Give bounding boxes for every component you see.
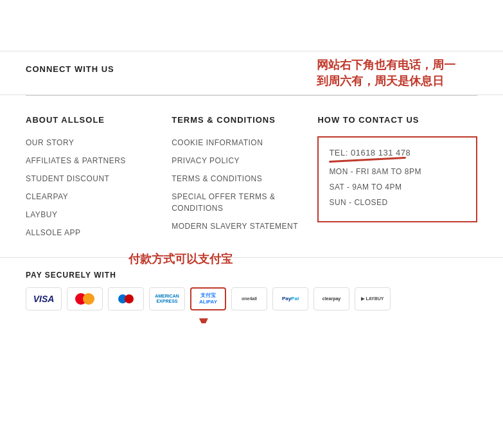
contact-box: TEL: 01618 131 478 MON - FRI 8AM TO 8PM … <box>317 136 477 222</box>
tel-number: TEL: 01618 131 478 <box>329 148 466 161</box>
laybuy-card: ▶ LAYBUY <box>355 287 391 310</box>
clearpay-card: clearpay <box>313 287 349 310</box>
amex-card: AMERICANEXPRESS <box>149 287 185 310</box>
list-item[interactable]: TERMS & CONDITIONS <box>172 172 304 184</box>
laybuy-link[interactable]: LAYBUY <box>26 210 57 219</box>
clearpay-logo: clearpay <box>322 296 340 301</box>
list-item[interactable]: SPECIAL OFFER TERMS & CONDITIONS <box>172 190 304 213</box>
footer-columns: ABOUT ALLSOLE OUR STORY AFFILIATES & PAR… <box>0 96 503 257</box>
list-item[interactable]: AFFILIATES & PARTNERS <box>26 154 159 166</box>
maestro-card <box>108 287 144 310</box>
payment-icons: VISA AMERICANEXPRESS 支付宝ALIPAY ▼ o <box>26 287 477 310</box>
mc-orange-circle <box>83 293 94 305</box>
hours-sat: SAT - 9AM TO 4PM <box>329 183 466 192</box>
our-story-link[interactable]: OUR STORY <box>26 138 74 147</box>
maestro-red-circle <box>125 294 134 303</box>
list-item[interactable]: LAYBUY <box>26 208 159 220</box>
cookie-link[interactable]: COOKIE INFORMATION <box>172 138 263 147</box>
affiliates-link[interactable]: AFFILIATES & PARTNERS <box>26 156 126 165</box>
about-column: ABOUT ALLSOLE OUR STORY AFFILIATES & PAR… <box>26 115 159 244</box>
terms-links: COOKIE INFORMATION PRIVACY POLICY TERMS … <box>172 136 304 231</box>
amex-logo: AMERICANEXPRESS <box>155 294 179 305</box>
privacy-link[interactable]: PRIVACY POLICY <box>172 156 240 165</box>
pay-section: 付款方式可以支付宝 PAY SECURELY WITH VISA AMERICA… <box>0 257 503 323</box>
contact-column: HOW TO CONTACT US TEL: 01618 131 478 MON… <box>317 115 477 244</box>
clearpay-link[interactable]: CLEARPAY <box>26 192 68 201</box>
mastercard-card <box>67 287 103 310</box>
slavery-link[interactable]: MODERN SLAVERY STATEMENT <box>172 222 298 231</box>
list-item[interactable]: MODERN SLAVERY STATEMENT <box>172 220 304 231</box>
hours-mf: MON - FRI 8AM TO 8PM <box>329 167 466 176</box>
paypal-logo: PayPal <box>282 296 299 302</box>
oneall-logo: one4all <box>242 296 257 301</box>
hours-sun: SUN - CLOSED <box>329 198 466 207</box>
terms-title: TERMS & CONDITIONS <box>172 115 304 125</box>
annotation-left: 付款方式可以支付宝 <box>128 251 233 267</box>
about-title: ABOUT ALLSOLE <box>26 115 159 125</box>
annotation-right: 网站右下角也有电话，周一到周六有，周天是休息日 <box>317 57 464 89</box>
special-offer-link[interactable]: SPECIAL OFFER TERMS & CONDITIONS <box>172 192 275 213</box>
list-item[interactable]: PRIVACY POLICY <box>172 154 304 166</box>
list-item[interactable]: COOKIE INFORMATION <box>172 136 304 148</box>
app-link[interactable]: ALLSOLE APP <box>26 228 81 237</box>
alipay-card: 支付宝ALIPAY <box>190 287 226 310</box>
oneall-card: one4all <box>231 287 267 310</box>
terms-link[interactable]: TERMS & CONDITIONS <box>172 174 262 183</box>
paypal-card: PayPal <box>272 287 308 310</box>
pay-title: PAY SECURELY WITH <box>26 271 477 280</box>
laybuy-logo: ▶ LAYBUY <box>361 296 384 301</box>
list-item[interactable]: STUDENT DISCOUNT <box>26 172 159 184</box>
tel-strikethrough <box>329 157 406 163</box>
alipay-arrow-icon: ▼ <box>196 313 211 323</box>
contact-title: HOW TO CONTACT US <box>317 115 477 125</box>
tel-text: TEL: 01618 131 478 <box>329 148 410 157</box>
about-links: OUR STORY AFFILIATES & PARTNERS STUDENT … <box>26 136 159 238</box>
list-item[interactable]: CLEARPAY <box>26 190 159 202</box>
top-section <box>0 0 503 51</box>
visa-logo: VISA <box>33 294 55 305</box>
mastercard-logo <box>75 293 94 305</box>
student-link[interactable]: STUDENT DISCOUNT <box>26 174 109 183</box>
list-item[interactable]: ALLSOLE APP <box>26 226 159 238</box>
visa-card: VISA <box>26 287 62 310</box>
maestro-logo <box>118 294 134 303</box>
list-item[interactable]: OUR STORY <box>26 136 159 148</box>
terms-column: TERMS & CONDITIONS COOKIE INFORMATION PR… <box>172 115 304 244</box>
alipay-logo: 支付宝ALIPAY <box>199 292 217 305</box>
